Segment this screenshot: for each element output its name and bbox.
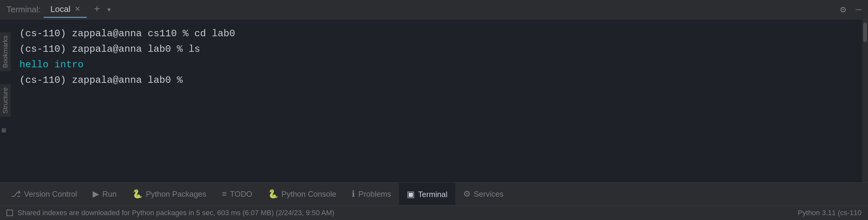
status-message: Shared indexes are downloaded for Python… <box>18 209 334 217</box>
terminal-icon: ▣ <box>407 189 415 199</box>
sidebar-grid-icon[interactable]: ⊞ <box>2 126 6 135</box>
toolbar-python-console[interactable]: 🐍 Python Console <box>260 183 344 205</box>
minimize-icon[interactable]: — <box>856 4 862 15</box>
status-bar-left: Shared indexes are downloaded for Python… <box>6 209 798 217</box>
bookmarks-label[interactable]: Bookmarks <box>0 32 11 71</box>
services-icon: ⚙ <box>463 189 471 199</box>
status-bar: Shared indexes are downloaded for Python… <box>0 205 868 220</box>
scrollbar-thumb <box>863 23 867 42</box>
terminal-output: (cs-110) zappala@anna cs110 % cd lab0 (c… <box>10 20 868 182</box>
services-label: Services <box>474 190 504 199</box>
todo-label: TODO <box>230 190 252 199</box>
run-label: Run <box>102 190 117 199</box>
toolbar-python-packages[interactable]: 🐍 Python Packages <box>124 183 214 205</box>
tab-dropdown-button[interactable]: ▾ <box>103 3 115 16</box>
structure-label[interactable]: Structure <box>0 84 11 117</box>
python-console-icon: 🐍 <box>268 189 278 199</box>
toolbar-todo[interactable]: ≡ TODO <box>214 183 260 205</box>
toolbar-services[interactable]: ⚙ Services <box>455 183 512 205</box>
toolbar-problems[interactable]: ℹ Problems <box>344 183 399 205</box>
terminal-line-1: (cs-110) zappala@anna cs110 % cd lab0 <box>20 26 858 41</box>
tab-add-button[interactable]: + <box>91 2 103 17</box>
problems-label: Problems <box>358 190 391 199</box>
tab-bar-actions: ⚙ — <box>840 4 862 15</box>
python-console-label: Python Console <box>281 190 336 199</box>
python-packages-icon: 🐍 <box>132 189 143 199</box>
terminal-label-btn: Terminal <box>418 190 447 199</box>
status-bar-right: Python 3.11 (cs-110 <box>798 209 862 217</box>
toolbar-terminal[interactable]: ▣ Terminal <box>399 183 455 205</box>
status-checkbox <box>6 210 13 216</box>
todo-icon: ≡ <box>222 189 227 199</box>
terminal-line-4: (cs-110) zappala@anna lab0 % <box>20 72 858 88</box>
run-icon: ▶ <box>93 189 99 199</box>
terminal-label: Terminal: <box>6 4 40 14</box>
terminal-area[interactable]: (cs-110) zappala@anna cs110 % cd lab0 (c… <box>10 20 868 182</box>
terminal-line-2: (cs-110) zappala@anna lab0 % ls <box>20 41 858 57</box>
python-packages-label: Python Packages <box>146 190 206 199</box>
scrollbar[interactable] <box>862 20 868 182</box>
tab-local[interactable]: Local ✕ <box>44 2 87 18</box>
settings-icon[interactable]: ⚙ <box>840 4 846 15</box>
terminal-line-3: hello intro <box>20 57 858 72</box>
tab-bar: Terminal: Local ✕ + ▾ ⚙ — <box>0 0 868 20</box>
problems-icon: ℹ <box>352 189 355 199</box>
version-control-label: Version Control <box>24 190 77 199</box>
toolbar-run[interactable]: ▶ Run <box>85 183 124 205</box>
tab-close-icon[interactable]: ✕ <box>74 5 80 13</box>
version-control-icon: ⎇ <box>11 189 21 199</box>
tab-local-label: Local <box>50 4 70 14</box>
bottom-toolbar: ⎇ Version Control ▶ Run 🐍 Python Package… <box>0 182 868 205</box>
toolbar-version-control[interactable]: ⎇ Version Control <box>3 183 85 205</box>
